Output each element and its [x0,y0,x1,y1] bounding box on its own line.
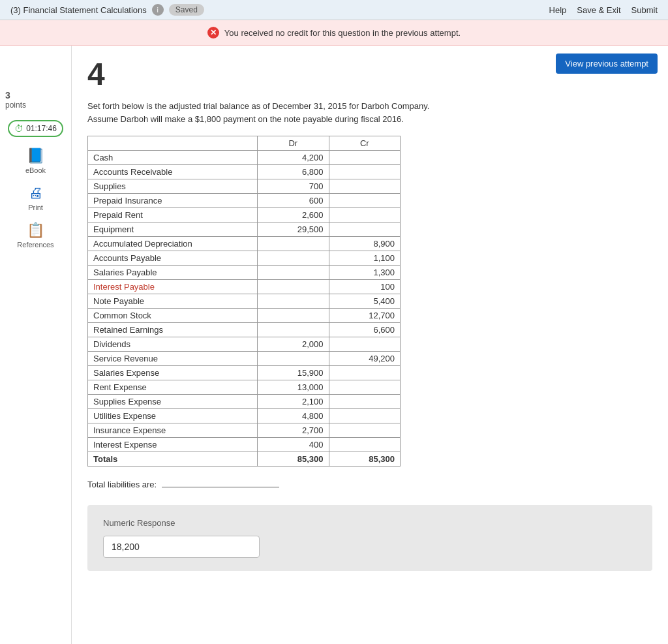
cr-cell: 85,300 [329,452,401,467]
cr-cell [329,380,401,395]
references-label: References [17,241,53,249]
top-bar: (3) Financial Statement Calculations i S… [0,0,668,20]
table-row: Prepaid Rent2,600 [88,208,401,222]
timer-icon: ⏱ [14,123,23,134]
col-cr: Cr [329,136,401,151]
table-row: Rent Expense13,000 [88,380,401,395]
cr-cell: 6,600 [329,323,401,337]
cr-cell: 12,700 [329,309,401,323]
account-name-cell: Salaries Expense [88,366,258,380]
ebook-tool[interactable]: 📘 eBook [25,147,46,174]
dr-cell: 4,200 [258,151,329,165]
print-tool[interactable]: 🖨 Print [28,185,43,211]
col-dr: Dr [258,136,329,151]
dr-cell: 15,900 [258,366,329,380]
alert-bar: ✕ You received no credit for this questi… [0,20,668,46]
cr-cell [329,366,401,380]
table-row: Interest Expense400 [88,438,401,452]
dr-cell: 2,000 [258,337,329,352]
account-name-cell: Insurance Expense [88,423,258,438]
alert-message: You received no credit for this question… [224,28,461,38]
table-row: Supplies700 [88,179,401,194]
dr-cell [258,352,329,366]
cr-cell [329,208,401,222]
account-name-cell: Dividends [88,337,258,352]
saved-badge: Saved [169,4,204,16]
view-previous-attempt-button[interactable]: View previous attempt [556,54,658,74]
account-name-cell: Service Revenue [88,352,258,366]
info-icon: i [152,4,164,16]
table-row: Service Revenue49,200 [88,352,401,366]
main-layout: 3 points ⏱ 01:17:46 📘 eBook 🖨 Print 📋 Re… [0,46,668,644]
account-name-cell: Equipment [88,222,258,237]
table-row: Equipment29,500 [88,222,401,237]
account-name-cell: Retained Earnings [88,323,258,337]
table-row: Dividends2,000 [88,337,401,352]
account-name-cell: Common Stock [88,309,258,323]
cr-cell: 100 [329,280,401,294]
trial-balance-table: Dr Cr Cash4,200Accounts Receivable6,800S… [87,136,401,467]
account-name-cell: Utilities Expense [88,409,258,423]
table-row: Common Stock12,700 [88,309,401,323]
cr-cell [329,222,401,237]
account-name-cell: Totals [88,452,258,467]
help-link[interactable]: Help [549,5,567,15]
account-name-cell: Accounts Payable [88,251,258,266]
print-icon: 🖨 [29,185,43,202]
account-name-cell: Interest Payable [88,280,258,294]
dr-cell: 700 [258,179,329,194]
numeric-label: Numeric Response [103,518,637,528]
total-liabilities-section: Total liabilities are: [87,480,652,489]
cr-cell [329,151,401,165]
table-row: Salaries Expense15,900 [88,366,401,380]
cr-cell: 1,300 [329,266,401,280]
dr-cell [258,309,329,323]
account-name-cell: Supplies [88,179,258,194]
submit-link[interactable]: Submit [631,5,658,15]
save-exit-link[interactable]: Save & Exit [577,5,620,15]
table-row: Salaries Payable1,300 [88,266,401,280]
points-value: 3 [5,90,66,100]
print-label: Print [28,204,43,211]
table-row: Retained Earnings6,600 [88,323,401,337]
cr-cell [329,179,401,194]
cr-cell: 49,200 [329,352,401,366]
cr-cell [329,165,401,179]
numeric-input[interactable] [103,536,260,558]
cr-cell [329,395,401,409]
dr-cell: 13,000 [258,380,329,395]
top-bar-right: Help Save & Exit Submit [549,5,658,15]
table-row: Accounts Receivable6,800 [88,165,401,179]
cr-cell: 1,100 [329,251,401,266]
content-area: View previous attempt 4 Set forth below … [72,46,668,644]
sidebar: 3 points ⏱ 01:17:46 📘 eBook 🖨 Print 📋 Re… [0,46,72,644]
table-row: Cash4,200 [88,151,401,165]
dr-cell: 29,500 [258,222,329,237]
dr-cell: 4,800 [258,409,329,423]
question-text-line1: Set forth below is the adjusted trial ba… [87,101,429,111]
account-name-cell: Salaries Payable [88,266,258,280]
total-liabilities-label: Total liabilities are: [87,480,157,489]
question-text: Set forth below is the adjusted trial ba… [87,100,652,125]
error-icon: ✕ [207,27,219,38]
account-name-cell: Accounts Receivable [88,165,258,179]
timer-badge: ⏱ 01:17:46 [8,120,63,137]
table-row: Prepaid Insurance600 [88,194,401,208]
timer-value: 01:17:46 [26,124,57,133]
account-name-cell: Rent Expense [88,380,258,395]
question-text-line2: Assume Darboh will make a $1,800 payment… [87,114,404,124]
dr-cell: 2,600 [258,208,329,222]
dr-cell: 6,800 [258,165,329,179]
table-row: Note Payable5,400 [88,294,401,309]
table-header-row: Dr Cr [88,136,401,151]
table-row: Utilities Expense4,800 [88,409,401,423]
dr-cell [258,237,329,251]
numeric-response-section: Numeric Response [87,505,652,571]
references-tool[interactable]: 📋 References [17,222,53,249]
col-account [88,136,258,151]
points-label: points [5,100,66,110]
cr-cell [329,423,401,438]
dr-cell: 400 [258,438,329,452]
dr-cell [258,280,329,294]
account-name-cell: Prepaid Rent [88,208,258,222]
